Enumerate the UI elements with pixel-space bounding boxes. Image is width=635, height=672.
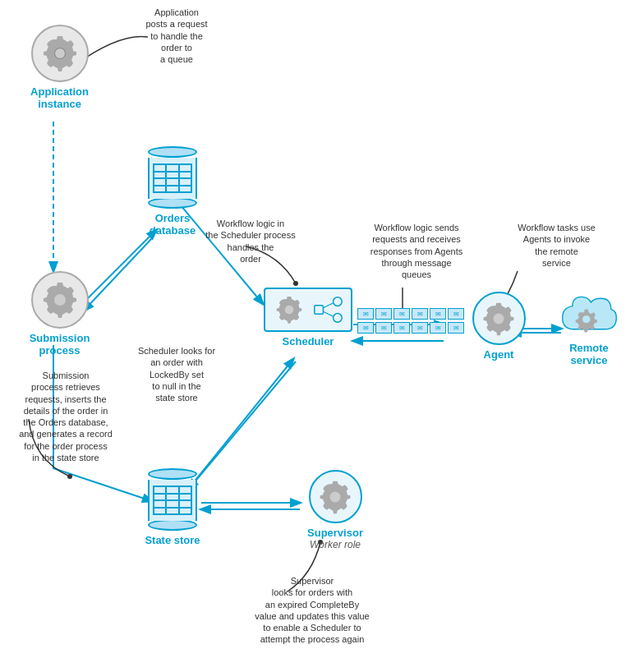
scheduler-gear-svg	[274, 294, 305, 325]
db-cell	[154, 172, 166, 179]
msg-block: ✉	[412, 322, 428, 334]
orders-db-cylinder	[148, 146, 197, 209]
cloud-svg	[559, 289, 620, 338]
db-cell	[179, 500, 191, 508]
msg-block: ✉	[412, 308, 428, 320]
queue-visual: ✉ ✉ ✉ ✉ ✉ ✉ ✉ ✉ ✉ ✉ ✉ ✉	[357, 308, 464, 334]
svg-point-19	[334, 297, 343, 306]
application-label: Application instance	[30, 85, 89, 110]
supervisor-node: Supervisor Worker role	[286, 470, 384, 550]
msg-block: ✉	[357, 322, 374, 334]
orders-database-node: Orders database	[140, 146, 205, 237]
scheduler-node: Scheduler	[255, 288, 361, 348]
msg-block: ✉	[430, 308, 446, 320]
scheduler-looks-annotation: Scheduler looks for an order with Locked…	[115, 345, 238, 403]
cylinder-body	[148, 158, 197, 199]
db-cell	[179, 172, 191, 179]
cylinder-bottom-ss	[148, 519, 197, 531]
msg-block: ✉	[430, 322, 446, 334]
remote-service-node: Remote service	[552, 289, 626, 366]
db-cell	[166, 500, 178, 508]
db-cell	[179, 486, 191, 494]
db-cell	[166, 486, 178, 494]
queue-row-1: ✉ ✉ ✉ ✉ ✉ ✉	[357, 308, 464, 320]
msg-block: ✉	[448, 308, 464, 320]
db-cell	[179, 508, 191, 515]
cylinder-top	[148, 146, 197, 158]
scheduler-box	[264, 288, 352, 332]
state-store-cylinder	[148, 468, 197, 531]
diagram-container: Application instance Application posts a…	[0, 0, 635, 672]
agent-label: Agent	[484, 348, 514, 361]
submission-gear-icon	[31, 271, 89, 329]
supervisor-gear-icon	[309, 470, 362, 523]
queue-row-2: ✉ ✉ ✉ ✉ ✉ ✉	[357, 322, 464, 334]
state-store-node: State store	[140, 468, 205, 546]
msg-block: ✉	[375, 322, 392, 334]
db-grid	[153, 163, 192, 193]
cylinder-body-ss	[148, 480, 197, 521]
cylinder-bottom	[148, 197, 197, 209]
svg-point-23	[494, 313, 504, 324]
workflow-icon-svg	[311, 294, 343, 325]
svg-point-15	[55, 48, 65, 58]
supervisor-annotation: Supervisor looks for orders with an expi…	[230, 575, 394, 646]
db-cell	[154, 164, 166, 172]
agent-gear-icon	[472, 292, 526, 345]
db-cell	[179, 178, 191, 186]
db-cell	[154, 494, 166, 501]
db-cell	[179, 494, 191, 501]
sends-receives-annotation: Workflow logic sends requests and receiv…	[355, 222, 478, 280]
scheduler-label: Scheduler	[283, 335, 334, 348]
svg-point-16	[54, 294, 66, 306]
msg-block: ✉	[393, 322, 410, 334]
db-cell	[166, 164, 178, 172]
msg-block: ✉	[448, 322, 464, 334]
svg-point-20	[334, 314, 343, 323]
db-grid-ss	[153, 486, 192, 515]
db-cell	[166, 508, 178, 515]
submission-label: Submission process	[30, 332, 90, 357]
db-cell	[154, 486, 166, 494]
app-queue-annotation: Application posts a request to handle th…	[127, 7, 226, 65]
supervisor-gear-svg	[316, 478, 354, 516]
svg-point-24	[330, 491, 341, 502]
svg-point-2	[67, 474, 72, 479]
msg-block: ✉	[375, 308, 392, 320]
db-cell	[154, 178, 166, 186]
supervisor-label: Supervisor	[307, 527, 363, 539]
submission-process-node: Submission process	[21, 271, 99, 357]
svg-line-21	[323, 303, 333, 308]
agent-gear-svg	[480, 300, 518, 338]
remote-service-label: Remote service	[569, 342, 609, 366]
submission-annotation: Submission process retrieves requests, i…	[0, 370, 131, 463]
svg-rect-18	[315, 306, 324, 315]
db-cell	[154, 508, 166, 515]
svg-line-22	[323, 311, 333, 316]
orders-db-label: Orders database	[150, 212, 196, 237]
cylinder-top-ss	[148, 468, 197, 480]
state-store-label: State store	[145, 534, 200, 546]
svg-point-3	[293, 281, 298, 286]
db-cell	[154, 186, 166, 193]
db-cell	[166, 494, 178, 501]
msg-block: ✉	[357, 308, 374, 320]
worker-role-label: Worker role	[310, 539, 361, 550]
db-cell	[166, 178, 178, 186]
db-cell	[166, 172, 178, 179]
application-instance-node: Application instance	[21, 25, 99, 110]
svg-point-17	[285, 306, 294, 315]
db-cell	[179, 186, 191, 193]
application-gear-icon	[31, 25, 89, 82]
gear-svg	[39, 33, 81, 74]
msg-block: ✉	[393, 308, 410, 320]
db-cell	[166, 186, 178, 193]
submission-gear-svg	[39, 279, 81, 320]
message-queues: ✉ ✉ ✉ ✉ ✉ ✉ ✉ ✉ ✉ ✉ ✉ ✉	[357, 308, 464, 334]
db-cell	[179, 164, 191, 172]
scheduler-annotation: Workflow logic in the Scheduler process …	[197, 218, 304, 265]
db-cell	[154, 500, 166, 508]
agent-node: Agent	[466, 292, 531, 361]
agents-invoke-annotation: Workflow tasks use Agents to invoke the …	[497, 222, 616, 269]
